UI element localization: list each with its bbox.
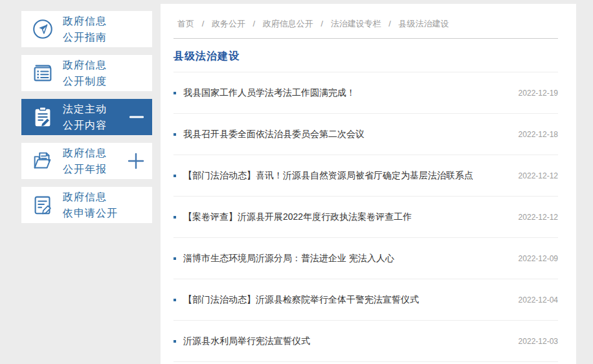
breadcrumb-separator: / [320, 19, 323, 28]
sidebar-item-label: 政府信息公开指南 [63, 13, 107, 45]
page-title: 县级法治建设 [173, 39, 558, 72]
expand-plus-icon[interactable] [128, 153, 144, 169]
sidebar: 政府信息公开指南 政府信息公开制度 法定主动公开内容 [21, 11, 152, 231]
breadcrumb-rule-of-law-column[interactable]: 法治建设专栏 [331, 19, 381, 28]
article-link[interactable]: 我县国家工作人员学法考法工作圆满完成！ [183, 87, 509, 99]
bullet-icon [173, 175, 176, 177]
article-date: 2022-12-04 [519, 295, 558, 305]
article-date: 2022-12-19 [519, 89, 558, 98]
breadcrumb-info-disclosure[interactable]: 政府信息公开 [263, 19, 313, 28]
article-link[interactable]: 【案卷评查】沂源县开展2022年度行政执法案卷评查工作 [183, 211, 509, 223]
breadcrumb-government-affairs[interactable]: 政务公开 [212, 19, 245, 28]
article-row: 【部门法治动态】沂源县检察院举行全体干警宪法宣誓仪式 2022-12-04 [173, 279, 558, 321]
breadcrumb-current-page: 县级法治建设 [399, 19, 449, 28]
breadcrumb-separator: / [202, 19, 205, 28]
article-date: 2022-12-12 [519, 213, 558, 222]
article-row: 【案卷评查】沂源县开展2022年度行政执法案卷评查工作 2022-12-12 [173, 197, 558, 238]
breadcrumb-home[interactable]: 首页 [177, 19, 194, 28]
sidebar-item-label: 政府信息公开年报 [63, 145, 107, 177]
article-row: 我县召开县委全面依法治县委员会第二次会议 2022-12-18 [173, 114, 558, 155]
list-document-icon [29, 59, 56, 87]
bullet-icon [173, 92, 176, 94]
article-link[interactable]: 【部门法治动态】沂源县检察院举行全体干警宪法宣誓仪式 [183, 294, 509, 306]
breadcrumb-separator: / [388, 19, 391, 28]
sidebar-item-label: 政府信息公开制度 [63, 57, 107, 89]
page: { "colors":{ "page_background":"#ececec"… [0, 0, 593, 364]
article-row: 我县国家工作人员学法考法工作圆满完成！ 2022-12-19 [173, 72, 558, 114]
bullet-icon [173, 340, 176, 343]
article-row: 淄博市生态环境局沂源分局：普法进企业 宪法入人心 2022-12-09 [173, 238, 558, 279]
bullet-icon [173, 257, 176, 260]
document-pencil-icon [29, 191, 56, 219]
article-link[interactable]: 【部门法治动态】喜讯！沂源县自然资源局被省厅确定为基层法治联系点 [183, 170, 509, 182]
article-date: 2022-12-12 [519, 171, 558, 180]
article-date: 2022-12-18 [519, 130, 558, 139]
sidebar-item-disclosure-on-request[interactable]: 政府信息依申请公开 [21, 187, 152, 223]
bullet-icon [173, 133, 176, 136]
bullet-icon [173, 299, 176, 301]
breadcrumb: 首页 / 政务公开 / 政府信息公开 / 法治建设专栏 / 县级法治建设 [173, 4, 558, 39]
article-link[interactable]: 淄博市生态环境局沂源分局：普法进企业 宪法入人心 [183, 253, 509, 264]
article-date: 2022-12-09 [519, 254, 558, 263]
sidebar-item-label: 法定主动公开内容 [63, 101, 107, 133]
article-row: 沂源县水利局举行宪法宣誓仪式 2022-12-03 [173, 321, 558, 362]
compass-icon [29, 16, 56, 43]
sidebar-item-label: 政府信息依申请公开 [63, 189, 118, 221]
bullet-icon [173, 216, 176, 219]
article-row: 【部门法治动态】喜讯！沂源县自然资源局被省厅确定为基层法治联系点 2022-12… [173, 155, 558, 197]
clipboard-pencil-icon [29, 103, 56, 131]
article-date: 2022-12-03 [519, 337, 558, 346]
sidebar-item-disclosure-system[interactable]: 政府信息公开制度 [21, 55, 152, 91]
breadcrumb-separator: / [253, 19, 256, 28]
sidebar-item-statutory-disclosure[interactable]: 法定主动公开内容 [21, 99, 152, 135]
folder-document-icon [29, 147, 56, 175]
collapse-minus-icon[interactable] [129, 109, 144, 125]
article-link[interactable]: 沂源县水利局举行宪法宣誓仪式 [183, 336, 509, 347]
main-panel: 首页 / 政务公开 / 政府信息公开 / 法治建设专栏 / 县级法治建设 县级法… [161, 4, 576, 364]
sidebar-item-disclosure-guide[interactable]: 政府信息公开指南 [21, 11, 152, 47]
article-link[interactable]: 我县召开县委全面依法治县委员会第二次会议 [183, 129, 509, 140]
sidebar-item-annual-report[interactable]: 政府信息公开年报 [21, 143, 152, 179]
